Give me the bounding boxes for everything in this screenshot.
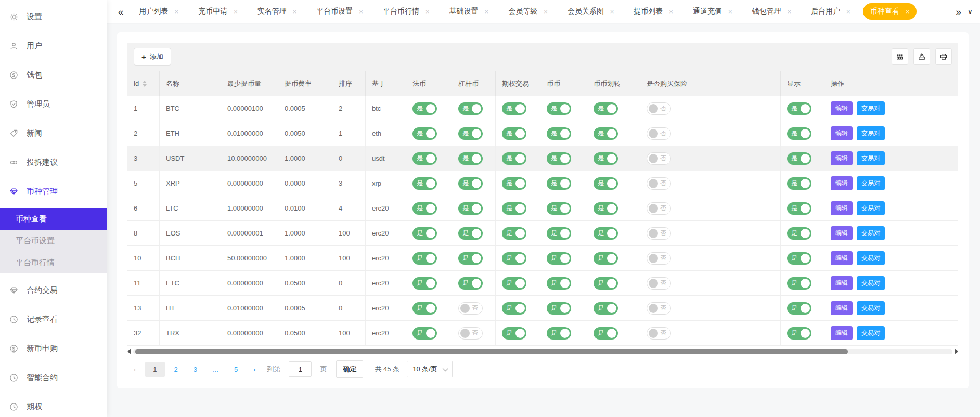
toggle-bibi[interactable]: 是 [547, 177, 571, 190]
toggle-insurance[interactable]: 否 [647, 227, 671, 240]
toggle-fabi[interactable]: 是 [412, 302, 437, 315]
sidebar-item-users[interactable]: 用户 [0, 33, 107, 58]
tab-close-icon[interactable]: × [544, 8, 548, 16]
toggle-option[interactable]: 是 [502, 202, 526, 215]
toggle-fabi[interactable]: 是 [412, 202, 437, 215]
goto-page-input[interactable] [289, 361, 312, 377]
toggle-show[interactable]: 是 [787, 327, 811, 340]
tab-close-icon[interactable]: × [359, 8, 363, 16]
toggle-insurance[interactable]: 否 [647, 177, 671, 190]
tab-后台用户[interactable]: 后台用户× [804, 3, 858, 20]
sidebar-item-settings[interactable]: 设置 [0, 4, 107, 29]
tab-基础设置[interactable]: 基础设置× [442, 3, 496, 20]
edit-button[interactable]: 编辑 [831, 326, 853, 340]
toggle-transfer[interactable]: 是 [594, 152, 618, 165]
toggle-bibi[interactable]: 是 [547, 152, 571, 165]
sort-icon[interactable] [143, 81, 147, 87]
sidebar-item-contract-trade[interactable]: 合约交易 [0, 278, 107, 303]
edit-button[interactable]: 编辑 [831, 226, 853, 240]
scrollbar-thumb[interactable] [135, 349, 848, 354]
toggle-insurance[interactable]: 否 [647, 327, 671, 340]
trading-pair-button[interactable]: 交易对 [857, 276, 885, 290]
toggle-leveraged[interactable]: 是 [458, 102, 483, 115]
tab-close-icon[interactable]: × [293, 8, 297, 16]
toggle-bibi[interactable]: 是 [547, 127, 571, 140]
tabs-scroll-right-icon[interactable]: » [956, 7, 961, 17]
toggle-transfer[interactable]: 是 [594, 177, 618, 190]
toggle-fabi[interactable]: 是 [412, 277, 437, 290]
toggle-leveraged[interactable]: 是 [458, 127, 483, 140]
trading-pair-button[interactable]: 交易对 [857, 301, 885, 315]
toggle-bibi[interactable]: 是 [547, 252, 571, 265]
page-button-current[interactable]: 1 [145, 362, 164, 377]
edit-button[interactable]: 编辑 [831, 201, 853, 215]
tab-close-icon[interactable]: × [846, 8, 850, 16]
toggle-insurance[interactable]: 否 [647, 202, 671, 215]
tab-close-icon[interactable]: × [485, 8, 489, 16]
toggle-fabi[interactable]: 是 [412, 227, 437, 240]
tab-提币列表[interactable]: 提币列表× [626, 3, 680, 20]
toggle-transfer[interactable]: 是 [594, 252, 618, 265]
toggle-show[interactable]: 是 [787, 127, 811, 140]
page-size-select[interactable]: 10 条/页 [407, 361, 453, 377]
trading-pair-button[interactable]: 交易对 [857, 176, 885, 190]
toggle-insurance[interactable]: 否 [647, 252, 671, 265]
toggle-bibi[interactable]: 是 [547, 202, 571, 215]
sidebar-subitem-platform-coin-settings[interactable]: 平台币设置 [0, 230, 107, 252]
prev-page-button[interactable]: ‹ [127, 362, 142, 377]
scroll-left-arrow-icon[interactable] [127, 349, 131, 354]
toggle-insurance[interactable]: 否 [647, 302, 671, 315]
edit-button[interactable]: 编辑 [831, 126, 853, 140]
toggle-leveraged[interactable]: 是 [458, 252, 483, 265]
edit-button[interactable]: 编辑 [831, 151, 853, 165]
toggle-transfer[interactable]: 是 [594, 327, 618, 340]
sidebar-subitem-coin-view[interactable]: 币种查看 [0, 208, 107, 230]
toggle-insurance[interactable]: 否 [647, 102, 671, 115]
tab-close-icon[interactable]: × [906, 8, 910, 16]
toggle-show[interactable]: 是 [787, 227, 811, 240]
tab-用户列表[interactable]: 用户列表× [132, 3, 186, 20]
sidebar-item-suggestions[interactable]: 投拆建议 [0, 150, 107, 175]
page-button-3[interactable]: 3 [187, 362, 203, 377]
toggle-option[interactable]: 是 [502, 127, 526, 140]
tab-币种查看[interactable]: 币种查看× [863, 3, 917, 20]
toggle-leveraged[interactable]: 否 [458, 327, 483, 340]
trading-pair-button[interactable]: 交易对 [857, 326, 885, 340]
sidebar-item-smart-contract[interactable]: 智能合约 [0, 365, 107, 390]
trading-pair-button[interactable]: 交易对 [857, 201, 885, 215]
toggle-show[interactable]: 是 [787, 252, 811, 265]
edit-button[interactable]: 编辑 [831, 251, 853, 265]
scroll-right-arrow-icon[interactable] [955, 349, 958, 354]
edit-button[interactable]: 编辑 [831, 101, 853, 115]
toggle-option[interactable]: 是 [502, 252, 526, 265]
sidebar-item-coin-manage[interactable]: 币种管理 [0, 179, 107, 204]
trading-pair-button[interactable]: 交易对 [857, 251, 885, 265]
sidebar-item-options[interactable]: 期权 [0, 394, 107, 417]
add-button[interactable]: + 添加 [134, 48, 171, 66]
toggle-fabi[interactable]: 是 [412, 102, 437, 115]
toggle-transfer[interactable]: 是 [594, 202, 618, 215]
confirm-button[interactable]: 确定 [336, 360, 363, 378]
sidebar-item-news[interactable]: 新闻 [0, 121, 107, 146]
trading-pair-button[interactable]: 交易对 [857, 151, 885, 165]
toggle-fabi[interactable]: 是 [412, 152, 437, 165]
scrollbar-track[interactable] [133, 349, 952, 354]
toggle-option[interactable]: 是 [502, 177, 526, 190]
toggle-leveraged[interactable]: 是 [458, 202, 483, 215]
edit-button[interactable]: 编辑 [831, 301, 853, 315]
tabs-dropdown-icon[interactable]: ∨ [968, 7, 973, 16]
toggle-leveraged[interactable]: 是 [458, 152, 483, 165]
toggle-transfer[interactable]: 是 [594, 277, 618, 290]
tab-平台币行情[interactable]: 平台币行情× [376, 3, 437, 20]
tab-会员等级[interactable]: 会员等级× [501, 3, 555, 20]
tab-close-icon[interactable]: × [728, 8, 732, 16]
tab-通道充值[interactable]: 通道充值× [686, 3, 740, 20]
toggle-insurance[interactable]: 否 [647, 277, 671, 290]
toggle-option[interactable]: 是 [502, 302, 526, 315]
toggle-fabi[interactable]: 是 [412, 177, 437, 190]
tab-充币申请[interactable]: 充币申请× [191, 3, 245, 20]
toggle-insurance[interactable]: 否 [647, 152, 671, 165]
sidebar-item-new-coin-subscribe[interactable]: 新币申购 [0, 336, 107, 361]
toggle-transfer[interactable]: 是 [594, 102, 618, 115]
toggle-leveraged[interactable]: 是 [458, 177, 483, 190]
